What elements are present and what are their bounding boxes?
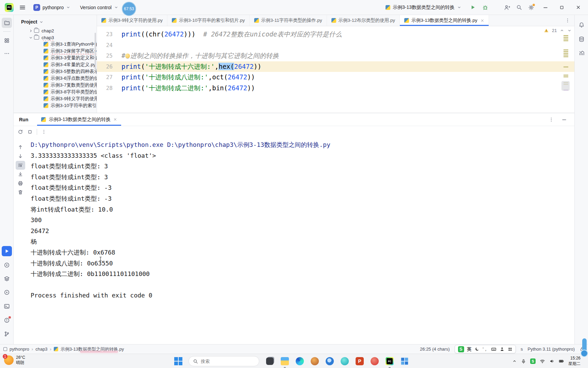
taskbar-app-task-view[interactable] xyxy=(265,357,274,366)
run-tool-button[interactable] xyxy=(2,246,12,256)
project-panel-header[interactable]: Project xyxy=(14,15,97,27)
tree-file[interactable]: 示例3-4常量的定义.py xyxy=(14,61,97,68)
tree-file[interactable]: 示例3-8字符串类型的使用.py xyxy=(14,89,97,95)
tree-file[interactable]: 示例3-6浮点数类型的使用.py xyxy=(14,75,97,82)
minimize-button[interactable] xyxy=(540,2,551,13)
tray-mic-icon[interactable] xyxy=(521,359,526,364)
debug-button[interactable] xyxy=(482,4,488,11)
code-line[interactable]: 28print('十进制转成二进制:',bin(26472)) xyxy=(97,83,574,94)
run-configuration-selector[interactable]: 示例3-13数据类型之间的转换 xyxy=(383,3,463,12)
search-everywhere-button[interactable] xyxy=(516,4,522,10)
editor-scrollbar-thumb[interactable] xyxy=(561,81,570,91)
ai-assistant-tool-button[interactable] xyxy=(576,48,587,58)
close-button[interactable] xyxy=(573,2,583,13)
code-line[interactable]: 23print((chr(26472))) # 26472整数在unicode表… xyxy=(97,29,574,40)
ime-language[interactable]: 英 xyxy=(467,346,472,352)
taskbar-app-browser-blue[interactable] xyxy=(325,357,334,366)
breadcrumb-project[interactable]: pythonpro xyxy=(10,347,29,352)
tree-scrollbar[interactable] xyxy=(95,33,96,70)
python-packages-tool-button[interactable] xyxy=(2,260,12,270)
editor-tab[interactable]: 示例3-12布尔类型的使用.py xyxy=(327,15,400,26)
scroll-down-button[interactable] xyxy=(16,152,25,160)
version-control-tool-button[interactable] xyxy=(2,329,12,339)
close-tab-icon[interactable] xyxy=(480,19,484,22)
tray-wifi-icon[interactable] xyxy=(540,358,545,364)
tree-file[interactable]: 示例3-1查询Python中的保留字.py xyxy=(14,41,97,48)
intention-bulb-icon[interactable] xyxy=(125,53,130,58)
close-run-tab-icon[interactable] xyxy=(113,118,117,121)
run-button[interactable] xyxy=(470,4,476,11)
notifications-bell-button[interactable] xyxy=(576,20,587,30)
structure-tool-button[interactable] xyxy=(2,35,12,46)
editor-tab[interactable]: 示例3-10字符串的索引和切片.py xyxy=(167,15,250,26)
tray-clock[interactable]: 15:26 星期二 xyxy=(568,356,581,366)
ime-toolbar[interactable]: S 英 '， xyxy=(455,345,516,353)
project-tool-button[interactable] xyxy=(2,18,12,28)
run-more-options-icon[interactable] xyxy=(41,129,47,135)
grid-icon[interactable] xyxy=(508,347,512,352)
keyboard-icon[interactable] xyxy=(491,347,496,352)
tree-file[interactable]: 示例3-3变量的定义和使用.py xyxy=(14,55,97,61)
code-line[interactable]: 24 xyxy=(97,40,574,51)
tree-file[interactable]: 示例3-7复数类型的使用.py xyxy=(14,82,97,89)
code-line[interactable]: 25#进制之间的转换操作，十进制与其它进制之间的转换 xyxy=(97,50,574,61)
taskbar-app-edge[interactable] xyxy=(295,357,304,366)
tree-folder[interactable]: chap2 xyxy=(14,27,97,34)
version-control-menu[interactable]: Version control xyxy=(78,3,120,12)
settings-button[interactable] xyxy=(528,4,534,11)
taskbar-app-app-teal[interactable] xyxy=(340,357,349,366)
taskbar-app-app-red[interactable] xyxy=(370,357,379,366)
clear-console-button[interactable] xyxy=(16,188,25,197)
maximize-button[interactable] xyxy=(557,2,567,13)
code-line[interactable]: 27print('十进制转成八进制:',oct(26472)) xyxy=(97,72,574,83)
python-interpreter[interactable]: Python 3.11 (pythonpro) xyxy=(527,347,575,352)
services-tool-button[interactable] xyxy=(2,274,12,284)
tree-file[interactable]: 示例3-10字符串的索引和切片.py xyxy=(14,102,97,109)
rerun-button[interactable] xyxy=(18,129,23,135)
code-editor[interactable]: 23print((chr(26472))) # 26472整数在unicode表… xyxy=(97,26,574,113)
soft-wrap-button[interactable] xyxy=(16,161,25,170)
tree-folder[interactable]: chap3 xyxy=(14,34,97,41)
search-input[interactable] xyxy=(201,359,259,364)
tray-sogou-icon[interactable]: S xyxy=(530,358,536,364)
taskbar-app-browser-orange[interactable] xyxy=(310,357,319,366)
editor-tab[interactable]: 示例3-13数据类型之间的转换.py xyxy=(400,15,489,26)
prev-problem-icon[interactable] xyxy=(560,28,564,33)
scroll-up-button[interactable] xyxy=(16,143,25,152)
tab-options-icon[interactable] xyxy=(565,15,574,26)
punctuation-mode[interactable]: '， xyxy=(483,346,488,352)
editor-tab[interactable]: 示例3-9转义字符的使用.py xyxy=(97,15,167,26)
project-selector[interactable]: P pythonpro xyxy=(31,3,72,12)
tree-file[interactable]: 示例3-2保留字严格区分大小写.py xyxy=(14,48,97,55)
next-problem-icon[interactable] xyxy=(567,28,572,33)
scroll-to-end-button[interactable] xyxy=(16,170,25,179)
python-console-tool-button[interactable] xyxy=(2,287,12,297)
windows-start-button[interactable] xyxy=(174,357,182,365)
taskbar-app-pycharm[interactable]: PC xyxy=(385,357,394,366)
taskbar-app-powerpoint[interactable]: P xyxy=(355,357,364,366)
breadcrumb-folder[interactable]: chap3 xyxy=(35,347,47,352)
main-menu-icon[interactable] xyxy=(19,4,26,11)
inspections-widget[interactable]: 21 xyxy=(544,28,572,33)
database-tool-button[interactable] xyxy=(576,34,587,44)
caret-position[interactable]: 26:25 (4 chars) xyxy=(420,347,450,352)
run-panel-options-icon[interactable] xyxy=(549,117,554,122)
chevron-down-icon[interactable] xyxy=(29,35,34,40)
code-line[interactable]: 26print('十进制转成十六进制:',hex(26472)) xyxy=(97,61,574,72)
chevron-right-icon[interactable] xyxy=(29,29,34,33)
moon-icon[interactable] xyxy=(475,347,480,352)
code-with-me-button[interactable] xyxy=(504,4,510,11)
taskbar-app-file-explorer[interactable] xyxy=(280,357,289,366)
stop-button[interactable] xyxy=(27,129,33,135)
taskbar-search[interactable] xyxy=(189,356,259,366)
terminal-tool-button[interactable] xyxy=(2,301,12,311)
tree-file[interactable]: 示例3-5整数的四种表示形式.py xyxy=(14,68,97,75)
hide-panel-icon[interactable] xyxy=(561,117,567,122)
more-tool-windows-button[interactable] xyxy=(2,48,12,59)
tree-file[interactable]: 示例3-9转义字符的使用.py xyxy=(14,95,97,102)
tray-volume-icon[interactable] xyxy=(549,358,555,364)
print-button[interactable] xyxy=(16,179,25,188)
taskbar-app-app-grid[interactable] xyxy=(400,357,409,366)
editor-tab[interactable]: 示例3-11字符串类型的操作.py xyxy=(250,15,327,26)
tray-chevron-up-icon[interactable] xyxy=(512,359,517,364)
